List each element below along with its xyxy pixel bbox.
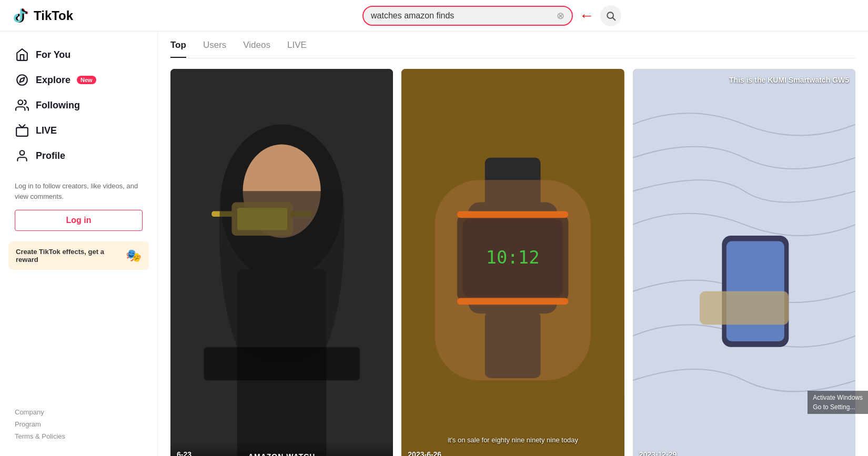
- people-icon: [15, 98, 29, 113]
- thumb-bg-1: AMAZON WATCH 6-23: [170, 69, 393, 456]
- login-section: Log in to follow creators, like videos, …: [8, 181, 149, 231]
- footer-link-company[interactable]: Company: [15, 408, 143, 416]
- svg-line-2: [613, 17, 615, 20]
- login-note: Log in to follow creators, like videos, …: [15, 181, 143, 201]
- header: TikTok ⊗ ←: [0, 0, 868, 32]
- person-icon: [15, 148, 29, 163]
- activate-watermark: Activate WindowsGo to Setting...: [808, 391, 868, 414]
- logo-area: TikTok: [11, 6, 116, 25]
- svg-rect-6: [16, 128, 28, 136]
- tab-users[interactable]: Users: [203, 40, 226, 58]
- compass-icon: [15, 73, 29, 87]
- footer-link-terms[interactable]: Terms & Policies: [15, 432, 143, 440]
- sidebar: For You Explore New: [0, 32, 158, 456]
- video-date-2: 2023-6-26: [408, 450, 441, 456]
- tiktok-logo-icon: [11, 6, 29, 25]
- search-tabs: Top Users Videos LIVE: [170, 32, 855, 58]
- sidebar-item-profile[interactable]: Profile: [8, 143, 149, 168]
- sidebar-item-label-explore: Explore: [36, 75, 70, 86]
- effects-emoji-icon: 🎭: [126, 248, 142, 263]
- sidebar-item-following[interactable]: Following: [8, 93, 149, 118]
- footer-link-program[interactable]: Program: [15, 420, 143, 428]
- explore-new-badge: New: [77, 76, 96, 84]
- sidebar-item-for-you[interactable]: For You: [8, 42, 149, 67]
- search-input[interactable]: [371, 11, 552, 21]
- video-thumb-2: 10:12 it's on sale for eighty nine ninet…: [401, 69, 624, 456]
- thumb-bg-2: 10:12 it's on sale for eighty nine ninet…: [401, 69, 624, 456]
- tab-live[interactable]: LIVE: [287, 40, 307, 58]
- sidebar-item-label-for-you: For You: [36, 49, 70, 60]
- home-icon: [15, 47, 29, 62]
- video-thumb-label-1: AMAZON WATCH: [170, 442, 393, 456]
- effects-banner[interactable]: Create TikTok effects, get a reward 🎭: [8, 241, 149, 270]
- search-input-container[interactable]: ⊗: [362, 6, 573, 26]
- search-arrow-indicator: ←: [579, 7, 594, 24]
- svg-point-7: [20, 150, 25, 155]
- svg-rect-16: [204, 347, 359, 380]
- svg-point-3: [17, 75, 27, 85]
- sidebar-item-label-profile: Profile: [36, 150, 65, 161]
- svg-rect-30: [700, 291, 789, 325]
- search-area: ⊗ ←: [126, 5, 857, 26]
- video-date-3: 2023-12-29: [639, 450, 677, 456]
- video-card-2[interactable]: 10:12 it's on sale for eighty nine ninet…: [401, 69, 624, 456]
- svg-marker-4: [19, 77, 24, 82]
- search-button[interactable]: [600, 5, 621, 26]
- sidebar-item-explore[interactable]: Explore New: [8, 67, 149, 93]
- tab-top[interactable]: Top: [170, 40, 186, 58]
- svg-point-5: [18, 100, 23, 105]
- video-thumb-1: AMAZON WATCH 6-23: [170, 69, 393, 456]
- video-grid: AMAZON WATCH 6-23 i linked it for yallll…: [170, 69, 855, 456]
- video-top-label-3: This is the KUMI Smartwatch GW5: [729, 75, 849, 86]
- video-date-1: 6-23: [177, 450, 191, 456]
- tab-videos[interactable]: Videos: [243, 40, 270, 58]
- main-layout: For You Explore New: [0, 32, 868, 456]
- live-icon: [15, 123, 29, 138]
- sidebar-nav: For You Explore New: [8, 42, 149, 168]
- video-overlay-text-2: it's on sale for eighty nine ninety nine…: [407, 436, 619, 444]
- sidebar-item-live[interactable]: LIVE: [8, 118, 149, 143]
- clear-icon[interactable]: ⊗: [557, 10, 564, 22]
- login-button[interactable]: Log in: [15, 210, 143, 231]
- footer-links: Company Program Terms & Policies: [8, 398, 149, 445]
- video-card-1[interactable]: AMAZON WATCH 6-23 i linked it for yallll…: [170, 69, 393, 456]
- content-area: Top Users Videos LIVE: [158, 32, 868, 456]
- sidebar-item-label-live: LIVE: [36, 125, 57, 136]
- search-icon: [605, 11, 616, 21]
- logo-text: TikTok: [34, 8, 73, 23]
- sidebar-item-label-following: Following: [36, 100, 80, 111]
- svg-rect-26: [435, 180, 591, 380]
- effects-text: Create TikTok effects, get a reward: [16, 248, 120, 264]
